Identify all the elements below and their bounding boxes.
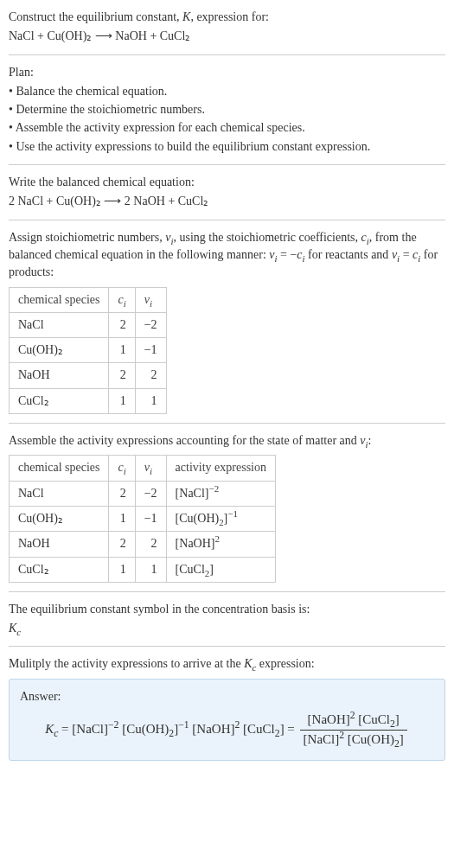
c-i-symbol: ci xyxy=(361,231,369,244)
plan-heading: Plan: xyxy=(9,64,445,81)
table-row: NaCl 2 −2 xyxy=(10,312,167,337)
cell-nui: 2 xyxy=(135,532,166,557)
plan-item: • Use the activity expressions to build … xyxy=(9,138,445,156)
balanced-equation: 2 NaCl + Cu(OH)₂ ⟶ 2 NaOH + CuCl₂ xyxy=(9,193,445,210)
stoich-paragraph: Assign stoichiometric numbers, νi, using… xyxy=(9,229,445,282)
cell-expr: [NaOH]2 xyxy=(166,532,275,557)
stoich-text-a: Assign stoichiometric numbers, xyxy=(9,231,165,244)
cell-nui: −1 xyxy=(135,506,166,531)
kc-symbol-block: The equilibrium constant symbol in the c… xyxy=(9,601,445,638)
multiply-line: Mulitply the activity expressions to arr… xyxy=(9,655,445,673)
stoich-table: chemical species ci νi NaCl 2 −2 Cu(OH)₂… xyxy=(9,287,167,414)
cell-ci: 2 xyxy=(109,312,135,337)
cell-species: Cu(OH)₂ xyxy=(10,338,109,363)
fraction-denominator: [NaCl]2 [Cu(OH)2] xyxy=(300,730,407,750)
table-row: NaOH 2 2 xyxy=(10,363,167,388)
balanced-block: Write the balanced chemical equation: 2 … xyxy=(9,174,445,211)
plan-block: Plan: • Balance the chemical equation. •… xyxy=(9,64,445,156)
multiply-text-a: Mulitply the activity expressions to arr… xyxy=(9,657,244,670)
kc-symbol-inline: Kc xyxy=(244,657,256,670)
kc-symbol-line: The equilibrium constant symbol in the c… xyxy=(9,601,445,618)
answer-fraction: [NaOH]2 [CuCl2] [NaCl]2 [Cu(OH)2] xyxy=(300,711,407,750)
table-row: NaOH 2 2 [NaOH]2 xyxy=(10,532,276,557)
cell-species: CuCl₂ xyxy=(10,388,109,413)
answer-label: Answer: xyxy=(20,688,434,705)
nu-eq-negc: νi = −ci xyxy=(269,248,304,261)
answer-equation: Kc = [NaCl]−2 [Cu(OH)2]−1 [NaOH]2 [CuCl2… xyxy=(20,711,434,750)
cell-nui: −2 xyxy=(135,312,166,337)
cell-species: CuCl₂ xyxy=(10,557,109,582)
cell-ci: 1 xyxy=(109,557,135,582)
plan-list: • Balance the chemical equation. • Deter… xyxy=(9,83,445,156)
plan-item: • Balance the chemical equation. xyxy=(9,83,445,100)
cell-nui: −1 xyxy=(135,338,166,363)
col-ci: ci xyxy=(109,456,135,481)
intro-line1: Construct the equilibrium constant, K, e… xyxy=(9,9,445,26)
col-nui: νi xyxy=(135,456,166,481)
table-row: CuCl₂ 1 1 [CuCl2] xyxy=(10,557,276,582)
cell-species: NaOH xyxy=(10,532,109,557)
activity-text-a: Assemble the activity expressions accoun… xyxy=(9,434,360,447)
multiply-block: Mulitply the activity expressions to arr… xyxy=(9,655,445,760)
fraction-numerator: [NaOH]2 [CuCl2] xyxy=(300,711,407,730)
divider xyxy=(9,164,445,165)
stoich-text-d: for reactants and xyxy=(305,248,392,261)
cell-ci: 2 xyxy=(109,532,135,557)
nu-i-symbol: νi xyxy=(360,434,368,447)
cell-ci: 2 xyxy=(109,481,135,506)
table-row: Cu(OH)₂ 1 −1 [Cu(OH)2]−1 xyxy=(10,506,276,531)
activity-block: Assemble the activity expressions accoun… xyxy=(9,432,445,583)
col-expr: activity expression xyxy=(166,456,275,481)
cell-ci: 1 xyxy=(109,506,135,531)
answer-box: Answer: Kc = [NaCl]−2 [Cu(OH)2]−1 [NaOH]… xyxy=(9,679,445,761)
cell-nui: 2 xyxy=(135,363,166,388)
activity-text-b: : xyxy=(368,434,372,447)
intro-block: Construct the equilibrium constant, K, e… xyxy=(9,9,445,46)
nu-eq-c: νi = ci xyxy=(392,248,420,261)
cell-ci: 1 xyxy=(109,388,135,413)
intro-equation: NaCl + Cu(OH)₂ ⟶ NaOH + CuCl₂ xyxy=(9,28,445,45)
activity-paragraph: Assemble the activity expressions accoun… xyxy=(9,432,445,450)
cell-species: Cu(OH)₂ xyxy=(10,506,109,531)
intro-line1-post: , expression for: xyxy=(190,10,269,23)
stoich-text-b: , using the stoichiometric coefficients, xyxy=(173,231,361,244)
col-species: chemical species xyxy=(10,456,109,481)
activity-table: chemical species ci νi activity expressi… xyxy=(9,455,276,582)
table-row: Cu(OH)₂ 1 −1 xyxy=(10,338,167,363)
divider xyxy=(9,423,445,424)
divider xyxy=(9,591,445,592)
cell-ci: 2 xyxy=(109,363,135,388)
kc-symbol: Kc xyxy=(9,620,445,637)
cell-ci: 1 xyxy=(109,338,135,363)
k-symbol: K xyxy=(182,10,190,23)
table-row: NaCl 2 −2 [NaCl]−2 xyxy=(10,481,276,506)
cell-nui: 1 xyxy=(135,388,166,413)
cell-expr: [Cu(OH)2]−1 xyxy=(166,506,275,531)
cell-species: NaCl xyxy=(10,312,109,337)
cell-species: NaOH xyxy=(10,363,109,388)
divider xyxy=(9,646,445,647)
cell-expr: [NaCl]−2 xyxy=(166,481,275,506)
cell-species: NaCl xyxy=(10,481,109,506)
multiply-text-b: expression: xyxy=(256,657,314,670)
table-header-row: chemical species ci νi activity expressi… xyxy=(10,456,276,481)
cell-expr: [CuCl2] xyxy=(166,557,275,582)
col-nui: νi xyxy=(135,287,166,312)
table-row: CuCl₂ 1 1 xyxy=(10,388,167,413)
col-species: chemical species xyxy=(10,287,109,312)
divider xyxy=(9,220,445,220)
stoich-block: Assign stoichiometric numbers, νi, using… xyxy=(9,229,445,414)
plan-item: • Determine the stoichiometric numbers. xyxy=(9,101,445,118)
plan-item: • Assemble the activity expression for e… xyxy=(9,119,445,137)
intro-line1-pre: Construct the equilibrium constant, xyxy=(9,10,182,23)
cell-nui: −2 xyxy=(135,481,166,506)
cell-nui: 1 xyxy=(135,557,166,582)
col-ci: ci xyxy=(109,287,135,312)
balanced-heading: Write the balanced chemical equation: xyxy=(9,174,445,191)
table-header-row: chemical species ci νi xyxy=(10,287,167,312)
divider xyxy=(9,54,445,55)
